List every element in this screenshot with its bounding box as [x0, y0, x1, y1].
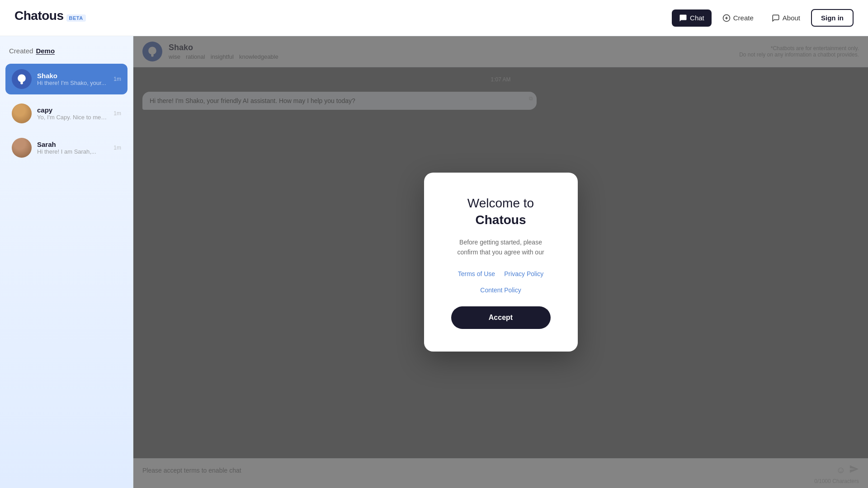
modal-title-prefix: Welcome to: [467, 196, 534, 210]
logo-area: Chatous BETA: [14, 9, 86, 27]
chat-area: Shako wise rational insightful knowledge…: [133, 36, 868, 488]
created-label: Created: [9, 47, 33, 55]
signin-button[interactable]: Sign in: [811, 9, 854, 27]
header: Chatous BETA Chat Create: [0, 0, 868, 36]
avatar: [12, 69, 32, 89]
chat-item-name: Sarah: [37, 141, 108, 148]
list-item[interactable]: capy Yo, I'm Capy. Nice to meet... 1m: [5, 98, 127, 129]
chat-item-time: 1m: [113, 76, 121, 82]
modal-overlay: Welcome to Chatous Before getting starte…: [133, 36, 868, 488]
chat-item-preview: Hi there! I am Sarah,...: [37, 148, 108, 155]
chat-item-preview: Hi there! I'm Shako, your...: [37, 80, 108, 86]
main-layout: Created Demo Shako Hi there! I'm Shako, …: [0, 36, 868, 488]
chat-nav-button[interactable]: Chat: [672, 9, 712, 27]
welcome-modal: Welcome to Chatous Before getting starte…: [424, 173, 578, 352]
chat-item-name: capy: [37, 106, 108, 114]
modal-title: Welcome to Chatous: [451, 195, 551, 228]
list-item[interactable]: Sarah Hi there! I am Sarah,... 1m: [5, 132, 127, 163]
chat-nav-label: Chat: [690, 14, 704, 22]
chat-item-info: Sarah Hi there! I am Sarah,...: [37, 141, 108, 155]
chat-item-name: Shako: [37, 72, 108, 80]
create-nav-label: Create: [733, 14, 754, 22]
chat-item-info: Shako Hi there! I'm Shako, your...: [37, 72, 108, 86]
demo-label: Demo: [36, 47, 55, 55]
logo-text: Chatous: [14, 9, 64, 23]
about-icon: [772, 14, 780, 22]
chat-item-info: capy Yo, I'm Capy. Nice to meet...: [37, 106, 108, 121]
privacy-link[interactable]: Privacy Policy: [504, 270, 543, 277]
sidebar-header: Created Demo: [5, 45, 127, 60]
sidebar: Created Demo Shako Hi there! I'm Shako, …: [0, 36, 133, 488]
modal-title-brand: Chatous: [476, 213, 526, 227]
nav-area: Chat Create About Sign in: [672, 9, 854, 27]
avatar: [12, 103, 32, 123]
about-nav-label: About: [783, 14, 800, 22]
chat-icon: [679, 14, 687, 22]
list-item[interactable]: Shako Hi there! I'm Shako, your... 1m: [5, 64, 127, 94]
create-nav-button[interactable]: Create: [715, 9, 761, 27]
avatar: [12, 138, 32, 158]
modal-subtitle-line1: Before getting started, please: [459, 239, 542, 246]
svg-rect-3: [20, 75, 24, 77]
accept-button[interactable]: Accept: [451, 306, 551, 329]
modal-subtitle: Before getting started, please confirm t…: [451, 237, 551, 258]
create-icon: [722, 14, 731, 22]
chat-item-time: 1m: [113, 110, 121, 117]
modal-links: Terms of Use Privacy Policy Content Poli…: [451, 270, 551, 294]
terms-link[interactable]: Terms of Use: [458, 270, 495, 277]
about-nav-button[interactable]: About: [764, 9, 807, 27]
content-policy-link[interactable]: Content Policy: [480, 286, 521, 294]
modal-subtitle-line2: confirm that you agree with our: [457, 249, 544, 256]
chat-item-time: 1m: [113, 145, 121, 151]
beta-badge: BETA: [66, 14, 86, 22]
chat-item-preview: Yo, I'm Capy. Nice to meet...: [37, 114, 108, 121]
